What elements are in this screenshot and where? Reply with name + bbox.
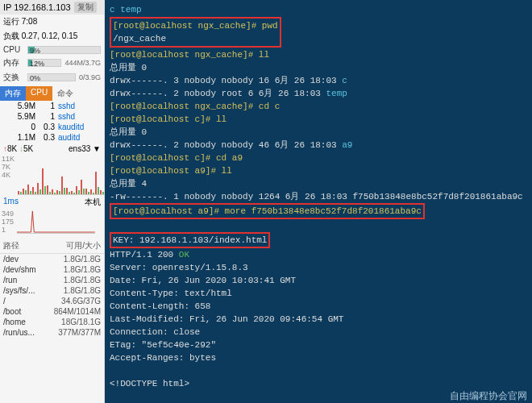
disk-table-header: 路径可用/大小: [0, 239, 104, 254]
disk-row: /boot864M/1014M: [0, 306, 104, 317]
load-average: 负载 0.27, 0.12, 0.15: [0, 29, 104, 44]
disk-row: /34.6G/37G: [0, 296, 104, 306]
system-monitor-sidebar: IP 192.168.1.103 复制 运行 7:08 负载 0.27, 0.1…: [0, 0, 105, 403]
disk-row: /dev/shm1.8G/1.8G: [0, 264, 104, 275]
cpu-metric: CPU 9%: [0, 44, 104, 56]
latency-header: 1ms 本机: [0, 195, 104, 210]
disk-row: /run/us...377M/377M: [0, 327, 104, 338]
process-row: 5.9M1sshd: [0, 101, 104, 111]
process-row: 00.3kauditd: [0, 122, 104, 132]
terminal-pane[interactable]: c temp [root@localhost ngx_cache]# pwd /…: [105, 0, 532, 403]
process-row: 1.1M0.3auditd: [0, 132, 104, 143]
process-row: 5.9M1sshd: [0, 111, 104, 122]
disk-row: /home18G/18.1G: [0, 317, 104, 327]
process-table: 5.9M1sshd 5.9M1sshd 00.3kauditd 1.1M0.3a…: [0, 101, 104, 143]
watermark-text: 自由编程协会官网: [450, 389, 527, 403]
memory-metric: 内存 12% 444M/3.7G: [0, 56, 104, 70]
latency-chart: [17, 210, 95, 234]
ip-header: IP 192.168.1.103 复制: [0, 0, 104, 15]
tab-memory[interactable]: 内存: [0, 86, 26, 101]
disk-row: /sys/fs/...1.8G/1.8G: [0, 285, 104, 296]
latency-yaxis: 3491751: [0, 210, 14, 234]
highlight-box-key: KEY: 192.168.1.103/index.html: [110, 232, 270, 248]
disk-table: /dev1.8G/1.8G /dev/shm1.8G/1.8G /run1.8G…: [0, 254, 104, 338]
swap-metric: 交换 0% 0/3.9G: [0, 70, 104, 85]
process-tabs: 内存 CPU 命令: [0, 86, 104, 101]
highlight-box-pwd: [root@localhost ngx_cache]# pwd /ngx_cac…: [110, 17, 281, 48]
uptime: 运行 7:08: [0, 15, 104, 29]
copy-button[interactable]: 复制: [74, 2, 97, 13]
dropdown-icon[interactable]: ▼: [93, 144, 101, 153]
highlight-box-more: [root@localhost a9]# more f750b13848e8bc…: [110, 203, 425, 219]
network-header: ↑8K ↓5K ens33 ▼: [0, 143, 104, 155]
ip-address: IP 192.168.1.103: [3, 2, 71, 12]
disk-row: /run1.8G/1.8G: [0, 275, 104, 285]
tab-cpu[interactable]: CPU: [26, 86, 52, 101]
tab-command[interactable]: 命令: [52, 86, 78, 101]
net-chart-yaxis: 11K7K4K: [0, 155, 15, 195]
disk-row: /dev1.8G/1.8G: [0, 254, 104, 264]
